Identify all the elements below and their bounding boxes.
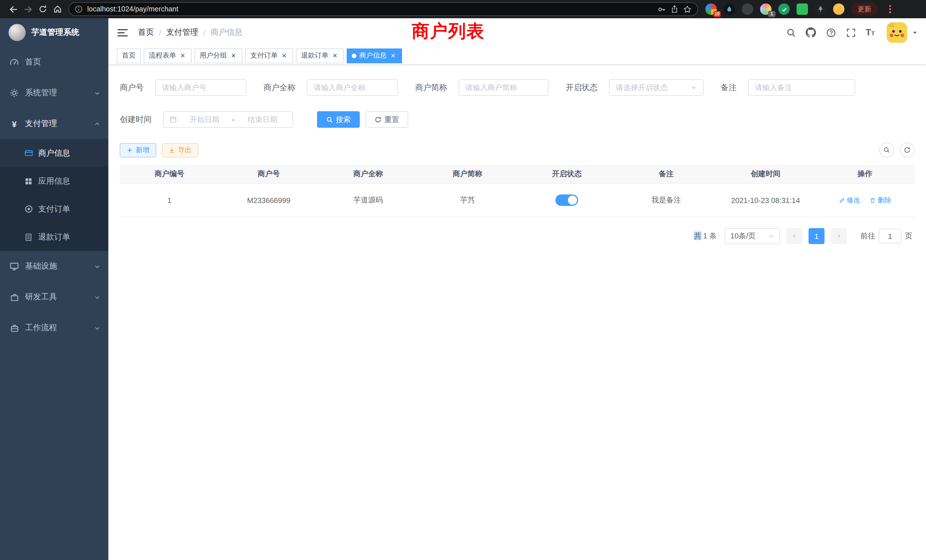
page-size-select[interactable]: 10条/页 bbox=[725, 228, 780, 244]
extension-icon-colorful[interactable]: 10 bbox=[705, 3, 717, 15]
filter-label: 商户简称 bbox=[415, 82, 447, 93]
edit-icon bbox=[838, 197, 845, 203]
sidebar-item-workflow[interactable]: 工作流程 bbox=[0, 312, 108, 343]
extension-pin-icon[interactable] bbox=[815, 3, 826, 15]
extension-icon-drop[interactable] bbox=[723, 3, 735, 15]
sidebar-item-label: 退款订单 bbox=[38, 232, 100, 242]
close-icon[interactable] bbox=[280, 52, 288, 59]
sidebar-item-system[interactable]: 系统管理 bbox=[0, 77, 108, 108]
close-icon[interactable] bbox=[230, 52, 237, 59]
status-select[interactable]: 请选择开启状态 bbox=[609, 79, 704, 96]
prev-page-button[interactable] bbox=[786, 228, 802, 244]
extension-icon-green-square[interactable] bbox=[797, 3, 808, 15]
add-button[interactable]: 新增 bbox=[120, 143, 156, 157]
table-header-row: 商户编号 商户号 商户全称 商户简称 开启状态 备注 创建时间 操作 bbox=[120, 165, 915, 184]
browser-back-button[interactable] bbox=[6, 2, 21, 17]
page-info-icon[interactable] bbox=[75, 5, 83, 13]
date-start-input[interactable]: 开始日期 bbox=[180, 114, 229, 125]
next-page-button[interactable] bbox=[831, 228, 847, 244]
page-number-button[interactable]: 1 bbox=[808, 228, 825, 244]
goto-page-input[interactable] bbox=[879, 229, 902, 244]
browser-forward-button[interactable] bbox=[21, 2, 35, 17]
browser-update-button[interactable]: 更新 bbox=[851, 3, 878, 15]
fullscreen-icon[interactable] bbox=[846, 27, 856, 38]
question-icon[interactable] bbox=[826, 27, 836, 38]
tab-label: 商户信息 bbox=[359, 51, 387, 61]
breadcrumb-pay[interactable]: 支付管理 bbox=[166, 27, 198, 38]
short-name-input-wrap bbox=[458, 79, 549, 96]
bookmark-star-icon[interactable] bbox=[683, 5, 691, 14]
search-button[interactable]: 搜索 bbox=[317, 111, 360, 128]
sidebar-subitem-app-info[interactable]: 应用信息 bbox=[0, 167, 108, 195]
cell-create-time: 2021-10-23 08:31:14 bbox=[716, 196, 816, 204]
sidebar-item-infrastructure[interactable]: 基础设施 bbox=[0, 251, 108, 282]
filter-short-name: 商户简称 bbox=[415, 79, 549, 96]
sidebar-item-devtools[interactable]: 研发工具 bbox=[0, 282, 108, 312]
breadcrumb-home[interactable]: 首页 bbox=[138, 27, 154, 38]
close-icon[interactable] bbox=[179, 52, 186, 59]
remark-input-wrap bbox=[748, 79, 855, 96]
browser-menu-icon[interactable] bbox=[883, 2, 897, 17]
cell-short-name: 芋艿 bbox=[418, 195, 517, 205]
pagination-total-prefix: 共 bbox=[694, 232, 701, 240]
short-name-input[interactable] bbox=[465, 83, 542, 92]
browser-home-button[interactable] bbox=[50, 2, 65, 17]
delete-link[interactable]: 删除 bbox=[870, 195, 891, 205]
plus-icon bbox=[127, 147, 133, 153]
search-icon bbox=[326, 116, 333, 123]
extension-icon-check[interactable] bbox=[778, 3, 790, 15]
remark-input[interactable] bbox=[755, 83, 849, 92]
close-icon[interactable] bbox=[331, 52, 339, 59]
extension-icon-ring[interactable]: 1 bbox=[760, 3, 772, 15]
add-button-label: 新增 bbox=[136, 145, 150, 155]
show-search-toggle-button[interactable] bbox=[879, 142, 894, 157]
main-area: 首页 / 支付管理 / 商户信息 TT bbox=[108, 18, 926, 560]
reset-button[interactable]: 重置 bbox=[366, 111, 408, 128]
refresh-table-button[interactable] bbox=[900, 142, 915, 157]
sidebar-subitem-pay-order[interactable]: 支付订单 bbox=[0, 195, 108, 223]
filter-form-row-1: 商户号 商户全称 商户简称 bbox=[120, 79, 915, 96]
filter-status: 开启状态 请选择开启状态 bbox=[566, 79, 704, 96]
export-button[interactable]: 导出 bbox=[162, 143, 198, 157]
merchant-no-input[interactable] bbox=[162, 83, 239, 92]
sidebar-subitem-merchant-info[interactable]: 商户信息 bbox=[0, 139, 108, 167]
cell-full-name: 芋道源码 bbox=[318, 195, 418, 205]
sidebar-item-label: 应用信息 bbox=[38, 176, 100, 186]
chevron-down-icon bbox=[690, 85, 697, 91]
caret-down-icon[interactable] bbox=[912, 30, 917, 35]
font-size-icon[interactable]: TT bbox=[865, 28, 875, 37]
status-toggle-switch[interactable] bbox=[555, 194, 578, 206]
close-icon[interactable] bbox=[389, 52, 397, 59]
date-end-input[interactable]: 结束日期 bbox=[238, 114, 287, 125]
grid-icon bbox=[24, 177, 33, 186]
avatar[interactable] bbox=[887, 22, 907, 43]
tab-label: 退款订单 bbox=[301, 51, 328, 61]
extension-icon-monkey[interactable] bbox=[833, 3, 844, 15]
search-icon[interactable] bbox=[786, 27, 796, 38]
extension-icon-dark[interactable] bbox=[742, 3, 753, 15]
share-icon[interactable] bbox=[670, 5, 679, 13]
sidebar-menu: 首页 系统管理 ¥ 支付管理 bbox=[0, 47, 108, 343]
github-icon[interactable] bbox=[806, 27, 816, 38]
tab-refund-order[interactable]: 退款订单 bbox=[296, 48, 344, 63]
sidebar-item-home[interactable]: 首页 bbox=[0, 47, 108, 77]
tab-user-group[interactable]: 用户分组 bbox=[194, 48, 242, 63]
chevron-down-icon bbox=[769, 233, 774, 239]
hamburger-icon[interactable] bbox=[117, 27, 128, 38]
top-navbar: 首页 / 支付管理 / 商户信息 TT bbox=[108, 18, 926, 47]
tab-home[interactable]: 首页 bbox=[117, 48, 141, 63]
browser-address-bar[interactable]: localhost:1024/pay/merchant bbox=[68, 2, 698, 16]
chevron-up-icon bbox=[94, 120, 100, 127]
tab-process-form[interactable]: 流程表单 bbox=[144, 48, 192, 63]
document-icon bbox=[24, 232, 33, 242]
active-tab-dot bbox=[352, 53, 356, 58]
browser-reload-button[interactable] bbox=[35, 2, 50, 17]
tab-merchant-info[interactable]: 商户信息 bbox=[346, 48, 402, 63]
date-range-picker[interactable]: 开始日期 - 结束日期 bbox=[163, 111, 293, 128]
password-key-icon[interactable] bbox=[657, 5, 666, 14]
edit-link[interactable]: 修改 bbox=[838, 195, 860, 205]
tab-pay-order[interactable]: 支付订单 bbox=[245, 48, 293, 63]
full-name-input[interactable] bbox=[313, 83, 391, 92]
sidebar-item-pay[interactable]: ¥ 支付管理 bbox=[0, 108, 108, 139]
sidebar-subitem-refund-order[interactable]: 退款订单 bbox=[0, 223, 108, 251]
